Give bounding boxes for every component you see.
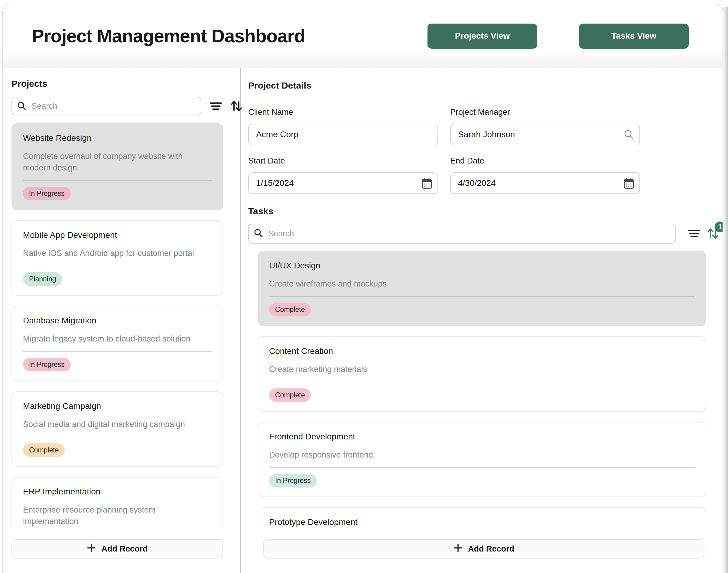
header: Project Management Dashboard Projects Vi…	[3, 4, 723, 68]
task-title: Prototype Development	[269, 517, 695, 527]
project-title: ERP Implementation	[23, 486, 212, 497]
add-record-label: Add Record	[101, 544, 148, 554]
card-separator	[23, 351, 212, 352]
task-title: Frontend Development	[269, 431, 695, 442]
project-details-form: Client Name Project Manager Sta	[248, 108, 721, 194]
project-card-website-redesign[interactable]: Website Redesign Complete overhaul of co…	[11, 123, 223, 210]
sort-arrows-icon	[706, 237, 720, 241]
status-badge: Complete	[23, 444, 65, 457]
search-icon	[254, 228, 263, 239]
project-card-mobile-app-development[interactable]: Mobile App Development Native iOS and An…	[11, 220, 223, 296]
projects-heading: Projects	[11, 79, 240, 89]
projects-view-button[interactable]: Projects View	[428, 23, 537, 49]
projects-search-input[interactable]	[11, 97, 201, 115]
status-badge: Complete	[269, 388, 311, 402]
projects-add-record-button[interactable]: Add Record	[11, 539, 223, 559]
end-date-label: End Date	[450, 156, 640, 166]
tasks-search-box	[248, 224, 676, 244]
project-card-erp-implementation[interactable]: ERP Implementation Enterprise resource p…	[11, 477, 223, 528]
start-date-input[interactable]	[248, 172, 438, 194]
status-badge: In Progress	[269, 474, 317, 487]
page-title: Project Management Dashboard	[32, 25, 428, 47]
filter-icon	[687, 236, 701, 240]
project-description: Social media and digital marketing campa…	[23, 419, 212, 430]
tasks-search-row: 1	[248, 224, 721, 244]
card-separator	[23, 437, 212, 437]
task-description: Create marketing materials	[269, 364, 695, 375]
tasks-heading: Tasks	[248, 206, 721, 216]
card-separator	[23, 180, 212, 181]
plus-icon	[453, 543, 463, 555]
tasks-add-record-button[interactable]: Add Record	[263, 539, 705, 559]
projects-list: Website Redesign Complete overhaul of co…	[3, 115, 240, 528]
project-manager-label: Project Manager	[450, 108, 640, 117]
calendar-icon[interactable]	[422, 178, 432, 190]
filter-icon	[209, 108, 223, 112]
status-badge: In Progress	[23, 358, 71, 371]
task-title: UI/UX Design	[269, 261, 695, 271]
projects-search-box	[11, 97, 201, 115]
details-and-tasks-panel: Project Details Client Name Project Mana…	[241, 68, 723, 573]
calendar-icon[interactable]	[624, 178, 634, 190]
card-separator	[269, 296, 695, 297]
tasks-list: UI/UX Design Create wireframes and mocku…	[248, 244, 721, 528]
task-card-content-creation[interactable]: Content Creation Create marketing materi…	[257, 336, 706, 412]
project-description: Enterprise resource planning system impl…	[23, 504, 212, 527]
plus-icon	[87, 543, 96, 555]
tasks-sort-button[interactable]: 1	[705, 226, 721, 242]
card-separator	[269, 467, 695, 468]
project-details-heading: Project Details	[248, 81, 721, 91]
window-scrollbar[interactable]	[724, 7, 728, 573]
client-name-field: Client Name	[248, 108, 438, 145]
project-title: Mobile App Development	[23, 230, 212, 240]
tasks-filter-button[interactable]	[686, 227, 702, 240]
projects-search-row	[11, 97, 240, 115]
view-switcher: Projects View Tasks View	[428, 23, 689, 49]
project-title: Marketing Campaign	[23, 401, 212, 411]
projects-panel: Projects	[3, 68, 241, 573]
status-badge: In Progress	[23, 187, 71, 200]
project-card-marketing-campaign[interactable]: Marketing Campaign Social media and digi…	[11, 392, 223, 467]
project-title: Database Migration	[23, 315, 212, 326]
status-badge: Complete	[269, 303, 311, 316]
task-description: Create wireframes and mockups	[269, 278, 695, 290]
project-card-database-migration[interactable]: Database Migration Migrate legacy system…	[11, 306, 223, 381]
card-separator	[23, 266, 212, 266]
start-date-label: Start Date	[248, 156, 438, 166]
project-title: Website Redesign	[23, 133, 212, 143]
end-date-field: End Date	[450, 156, 640, 194]
tasks-view-button[interactable]: Tasks View	[579, 23, 689, 49]
task-card-frontend-development[interactable]: Frontend Development Develop responsive …	[257, 422, 706, 497]
search-icon	[17, 101, 27, 112]
search-icon[interactable]	[624, 129, 634, 141]
project-description: Native iOS and Android app for customer …	[23, 248, 212, 259]
task-title: Content Creation	[269, 346, 695, 356]
task-description: Develop responsive frontend	[269, 449, 695, 461]
tasks-search-input[interactable]	[248, 224, 676, 244]
task-card-prototype-development[interactable]: Prototype Development	[257, 508, 706, 528]
card-separator	[269, 382, 695, 382]
project-manager-input[interactable]	[450, 123, 640, 145]
project-description: Migrate legacy system to cloud-based sol…	[23, 333, 212, 345]
project-manager-field: Project Manager	[450, 108, 640, 145]
client-name-input[interactable]	[248, 123, 438, 145]
status-badge: Planning	[23, 272, 62, 286]
end-date-input[interactable]	[450, 172, 640, 194]
start-date-field: Start Date	[248, 156, 438, 194]
project-description: Complete overhaul of company website wit…	[23, 151, 212, 173]
add-record-label: Add Record	[468, 544, 514, 554]
app-window: Project Management Dashboard Projects Vi…	[2, 4, 723, 573]
task-card-uiux-design[interactable]: UI/UX Design Create wireframes and mocku…	[257, 251, 706, 326]
client-name-label: Client Name	[248, 108, 438, 117]
sort-count-badge: 1	[715, 221, 723, 232]
projects-filter-button[interactable]	[208, 99, 224, 113]
